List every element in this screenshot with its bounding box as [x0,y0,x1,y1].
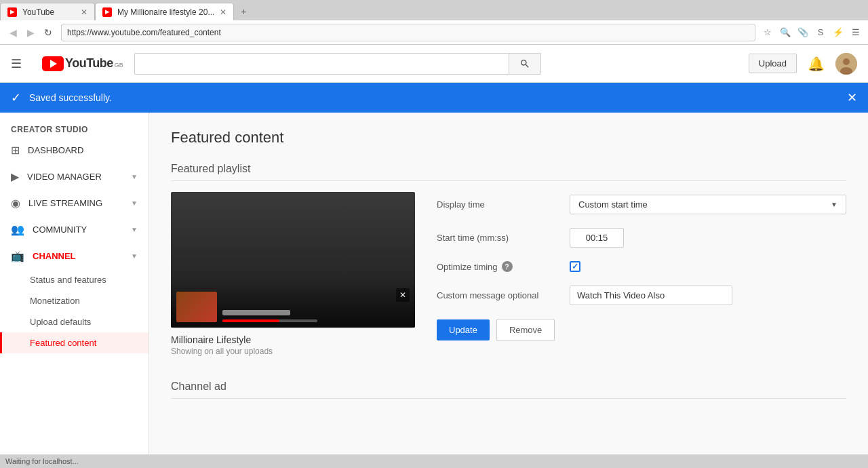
tab-favicon-youtube: ▶ [7,7,17,17]
progress-fill [222,319,279,322]
update-button[interactable]: Update [437,319,490,340]
community-arrow: ▼ [131,226,138,233]
channel-ad-section: Channel ad [171,381,846,399]
sidebar-item-community[interactable]: 👥 COMMUNITY ▼ [0,216,149,243]
forward-button[interactable]: ▶ [23,25,38,40]
start-time-input[interactable] [570,228,624,248]
page-title: Featured content [171,129,846,147]
checkbox-check: ✓ [572,262,578,271]
channel-ad-title: Channel ad [171,381,846,399]
sidebar-label-dashboard: DASHBOARD [28,145,83,155]
youtube-logo-text: YouTube [65,56,113,71]
banner-close-button[interactable]: ✕ [847,90,857,105]
extension-icon-1[interactable]: 🔍 [778,26,792,39]
address-bar: ◀ ▶ ↻ ☆ 🔍 📎 S ⚡ ☰ [0,20,868,45]
display-time-row: Display time Custom start time ▼ [437,195,846,214]
sidebar-sub-status-features[interactable]: Status and features [0,269,149,290]
optimize-timing-checkbox[interactable]: ✓ [570,261,580,272]
playlist-thumbnail: ✕ [171,192,415,328]
url-input[interactable] [61,24,755,41]
sidebar-label-community: COMMUNITY [33,225,87,235]
custom-message-input[interactable] [570,286,732,305]
featured-playlist-title: Featured playlist [171,163,846,181]
browser-chrome: ▶ YouTube ✕ ▶ My Millionaire lifestyle 2… [0,0,868,45]
action-buttons: Update Remove [437,319,846,341]
sidebar-label-live-streaming: LIVE STREAMING [28,198,102,208]
tab-youtube[interactable]: ▶ YouTube ✕ [0,3,95,20]
playlist-sub: Showing on all your uploads [171,347,415,356]
progress-track [222,319,317,322]
search-button[interactable] [509,53,541,75]
featured-layout: ✕ Millionaire Lifestyle Showing on all y… [171,192,846,359]
live-streaming-arrow: ▼ [131,199,138,207]
start-time-label: Start time (mm:ss) [437,233,559,243]
back-button[interactable]: ◀ [5,25,20,40]
extension-icon-2[interactable]: 📎 [796,26,810,39]
live-streaming-icon: ◉ [11,197,20,210]
hamburger-menu[interactable]: ☰ [11,56,31,71]
status-bar: Waiting for localhost... [0,454,868,468]
sidebar-item-channel[interactable]: 📺 CHANNEL ▼ [0,243,149,269]
tab-label-youtube: YouTube [22,7,54,17]
settings-panel: Display time Custom start time ▼ Start t… [437,192,846,359]
tab-close-youtube[interactable]: ✕ [81,7,87,17]
display-time-dropdown[interactable]: Custom start time ▼ [570,195,846,214]
youtube-logo-gb: GB [115,62,123,69]
upload-button[interactable]: Upload [749,54,797,73]
main-content: Featured content Featured playlist [149,113,868,468]
status-text: Waiting for localhost... [5,457,79,465]
display-time-value: Custom start time [578,199,825,210]
thumbnail-overlay: ✕ [171,280,415,328]
header-right: Upload 🔔 [749,53,857,75]
search-bar [134,53,541,75]
sidebar: CREATOR STUDIO ⊞ DASHBOARD ▶ VIDEO MANAG… [0,113,149,468]
youtube-header: ☰ YouTube GB Upload 🔔 [0,45,868,83]
search-icon [519,58,530,69]
new-tab-button[interactable]: + [234,3,253,20]
sidebar-sub-featured-content[interactable]: Featured content [0,332,149,353]
youtube-logo-icon [42,56,64,71]
bookmark-icon[interactable]: ☆ [761,26,774,39]
community-icon: 👥 [11,223,24,236]
svg-point-1 [843,58,850,65]
tab-close-millionaire[interactable]: ✕ [220,7,226,17]
custom-message-row: Custom message optional [437,286,846,305]
progress-title-bar [222,310,290,315]
optimize-timing-help[interactable]: ? [502,261,513,272]
sidebar-sub-upload-defaults[interactable]: Upload defaults [0,311,149,332]
video-manager-arrow: ▼ [131,173,138,180]
channel-icon: 📺 [11,250,24,262]
app-body: CREATOR STUDIO ⊞ DASHBOARD ▶ VIDEO MANAG… [0,113,868,468]
sidebar-label-channel: CHANNEL [33,251,76,261]
thumbnail-mini [176,292,217,322]
youtube-play-triangle [50,60,57,68]
notification-icon[interactable]: 🔔 [808,56,825,72]
start-time-control [570,228,846,248]
sidebar-item-video-manager[interactable]: ▶ VIDEO MANAGER ▼ [0,163,149,190]
creator-studio-label: CREATOR STUDIO [0,118,149,137]
sidebar-item-dashboard[interactable]: ⊞ DASHBOARD [0,137,149,163]
display-time-arrow: ▼ [831,201,837,208]
tab-favicon-millionaire: ▶ [102,7,112,17]
thumbnail-close-button[interactable]: ✕ [396,288,410,302]
custom-message-label: Custom message optional [437,290,559,300]
playlist-card: ✕ Millionaire Lifestyle Showing on all y… [171,192,415,359]
search-input[interactable] [134,53,509,75]
thumbnail-mini-img [176,292,217,322]
optimize-timing-row: Optimize timing ? ✓ [437,261,846,272]
menu-icon[interactable]: ☰ [849,26,863,39]
sidebar-sub-monetization[interactable]: Monetization [0,290,149,311]
tab-bar: ▶ YouTube ✕ ▶ My Millionaire lifestyle 2… [0,0,868,20]
reload-button[interactable]: ↻ [41,25,56,40]
playlist-info: Millionaire Lifestyle Showing on all you… [171,328,415,359]
youtube-logo[interactable]: YouTube GB [42,56,123,71]
success-banner: ✓ Saved successfully. ✕ [0,83,868,113]
sidebar-item-live-streaming[interactable]: ◉ LIVE STREAMING ▼ [0,190,149,216]
extension-icon-4[interactable]: ⚡ [831,26,845,39]
progress-bar-area [222,310,391,322]
remove-button[interactable]: Remove [496,319,555,341]
tab-my-millionaire[interactable]: ▶ My Millionaire lifestyle 20... ✕ [95,3,234,20]
optimize-timing-label-wrapper: Optimize timing ? [437,261,559,272]
extension-icon-3[interactable]: S [814,26,827,39]
user-avatar[interactable] [835,53,857,75]
